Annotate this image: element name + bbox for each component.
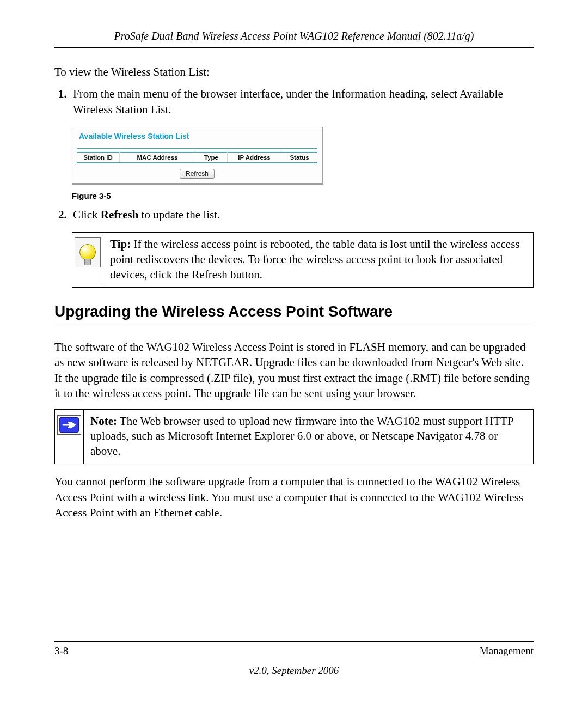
note-icon-cell (55, 410, 84, 464)
step2-prefix: Click (73, 208, 101, 221)
col-mac-address: MAC Address (120, 153, 195, 163)
station-list-table: Station ID MAC Address Type IP Address S… (77, 152, 317, 163)
available-wireless-station-list-panel: Available Wireless Station List Station … (72, 127, 323, 185)
arrow-icon (57, 415, 81, 435)
step2-suffix: to update the list. (138, 208, 220, 221)
note-body: The Web browser used to upload new firmw… (90, 415, 513, 458)
lightbulb-icon (75, 237, 101, 267)
tip-label: Tip: (110, 238, 131, 251)
paragraph-2: You cannot perform the software upgrade … (54, 474, 534, 520)
paragraph-1: The software of the WAG102 Wireless Acce… (54, 339, 534, 401)
page-footer: 3-8 Management v2.0, September 2006 (54, 637, 534, 677)
header-rule (54, 47, 534, 48)
footer-version: v2.0, September 2006 (54, 665, 534, 677)
note-label: Note: (90, 415, 117, 428)
col-type: Type (195, 153, 228, 163)
footer-rule (54, 641, 534, 642)
panel-title: Available Wireless Station List (77, 131, 317, 148)
figure-caption: Figure 3-5 (72, 191, 534, 200)
tip-text: Tip: If the wireless access point is reb… (103, 233, 533, 287)
steps-list: From the main menu of the browser interf… (54, 86, 534, 117)
panel-title-underline (77, 148, 317, 149)
intro-text: To view the Wireless Station List: (54, 64, 534, 80)
running-header: ProSafe Dual Band Wireless Access Point … (54, 30, 534, 42)
step2-bold: Refresh (101, 208, 139, 221)
step-2: Click Refresh to update the list. (70, 207, 534, 222)
col-status: Status (281, 153, 318, 163)
footer-page-number: 3-8 (54, 645, 68, 657)
steps-list-2: Click Refresh to update the list. (54, 207, 534, 222)
refresh-button[interactable]: Refresh (180, 169, 215, 179)
note-text: Note: The Web browser used to upload new… (84, 410, 533, 464)
tip-callout: Tip: If the wireless access point is reb… (72, 232, 534, 288)
footer-section: Management (480, 645, 534, 657)
section-heading: Upgrading the Wireless Access Point Soft… (54, 303, 534, 320)
section-rule (54, 325, 534, 325)
note-callout: Note: The Web browser used to upload new… (54, 409, 534, 465)
tip-body: If the wireless access point is rebooted… (110, 238, 520, 281)
tip-icon-cell (72, 233, 103, 287)
col-ip-address: IP Address (228, 153, 281, 163)
step-1: From the main menu of the browser interf… (70, 86, 534, 117)
col-station-id: Station ID (77, 153, 120, 163)
